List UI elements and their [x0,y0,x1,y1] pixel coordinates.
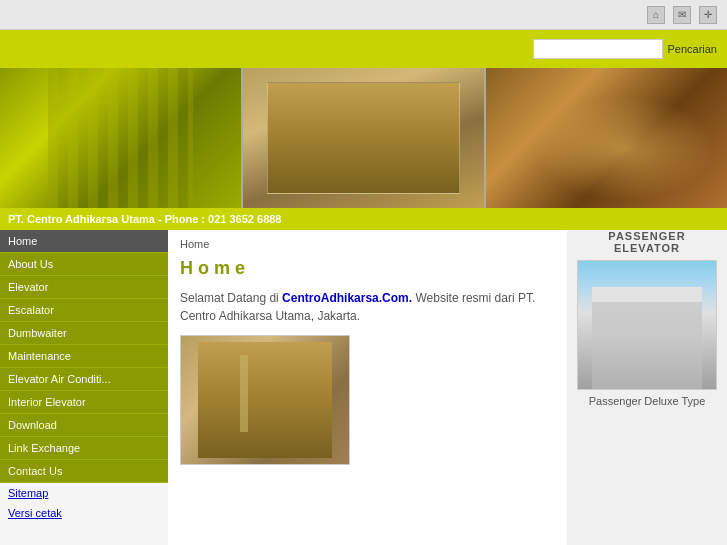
sidebar-item-contact[interactable]: Contact Us [0,460,168,483]
mail-icon[interactable]: ✉ [673,6,691,24]
sidebar-item-home[interactable]: Home [0,230,168,253]
top-bar: ⌂ ✉ ✛ [0,0,727,30]
banner-image-3 [484,68,727,208]
search-box: Pencarian [533,39,717,59]
main-layout: Home About Us Elevator Escalator Dumbwai… [0,230,727,545]
sidebar-item-link-exchange[interactable]: Link Exchange [0,437,168,460]
sidebar-item-escalator[interactable]: Escalator [0,299,168,322]
banner-image-2 [241,68,484,208]
print-link[interactable]: Versi cetak [0,503,168,523]
sitemap-link[interactable]: Sitemap [0,483,168,503]
nav-icon[interactable]: ✛ [699,6,717,24]
passenger-elevator-title: PASSENGER ELEVATOR [575,230,719,254]
sidebar: Home About Us Elevator Escalator Dumbwai… [0,230,168,545]
banner-image-1 [0,68,241,208]
main-image-area [180,335,555,465]
page-title: H o m e [180,258,555,279]
sidebar-item-about[interactable]: About Us [0,253,168,276]
sidebar-item-maintenance[interactable]: Maintenance [0,345,168,368]
passenger-elevator-image [577,260,717,390]
search-input[interactable] [533,39,663,59]
company-bar: PT. Centro Adhikarsa Utama - Phone : 021… [0,208,727,230]
welcome-prefix: Selamat Datang di [180,291,282,305]
sidebar-item-dumbwaiter[interactable]: Dumbwaiter [0,322,168,345]
banner [0,68,727,208]
sidebar-item-elevator-ac[interactable]: Elevator Air Conditi... [0,368,168,391]
company-text: PT. Centro Adhikarsa Utama - Phone : 021… [8,213,281,225]
sidebar-item-elevator[interactable]: Elevator [0,276,168,299]
welcome-text: Selamat Datang di CentroAdhikarsa.Com. W… [180,289,555,325]
elevator-image [180,335,350,465]
content-area: Home H o m e Selamat Datang di CentroAdh… [168,230,567,545]
right-panel: PASSENGER ELEVATOR Passenger Deluxe Type [567,230,727,545]
sidebar-item-interior[interactable]: Interior Elevator [0,391,168,414]
search-label: Pencarian [667,43,717,55]
header: Pencarian [0,30,727,68]
welcome-highlight: CentroAdhikarsa.Com. [282,291,412,305]
sidebar-item-download[interactable]: Download [0,414,168,437]
breadcrumb: Home [180,238,555,250]
home-icon[interactable]: ⌂ [647,6,665,24]
passenger-caption: Passenger Deluxe Type [575,395,719,407]
